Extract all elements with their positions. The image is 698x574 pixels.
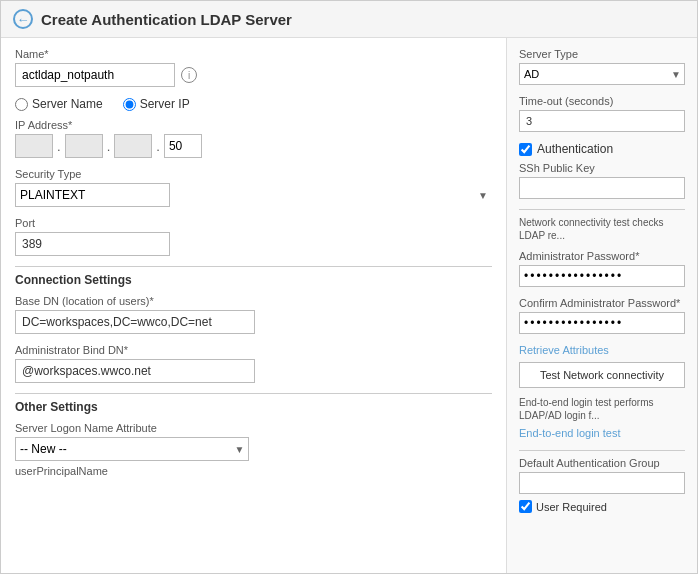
retrieve-attributes-link[interactable]: Retrieve Attributes — [519, 344, 685, 356]
server-type-radio-row: Server Name Server IP — [15, 97, 492, 111]
connection-settings-title: Connection Settings — [15, 273, 492, 287]
logon-col: Server Logon Name Attribute -- New -- ▼ … — [15, 422, 249, 477]
connection-divider — [15, 266, 492, 267]
server-logon-label: Server Logon Name Attribute — [15, 422, 249, 434]
page-title: Create Authentication LDAP Server — [41, 11, 292, 28]
ip-row: . . . — [15, 134, 492, 158]
timeout-field-group: Time-out (seconds) — [519, 95, 685, 132]
ssh-key-label: SSh Public Key — [519, 162, 685, 174]
confirm-password-label: Confirm Administrator Password* — [519, 297, 685, 309]
server-ip-radio[interactable]: Server IP — [123, 97, 190, 111]
connectivity-note: Network connectivity test checks LDAP re… — [519, 216, 685, 242]
page-header: ← Create Authentication LDAP Server — [1, 1, 697, 38]
security-type-label: Security Type — [15, 168, 492, 180]
name-field-group: Name* i — [15, 48, 492, 87]
user-required-checkbox[interactable] — [519, 500, 532, 513]
other-settings-title: Other Settings — [15, 400, 492, 414]
base-dn-field-group: Base DN (location of users)* — [15, 295, 492, 334]
ssh-key-field-group: SSh Public Key — [519, 162, 685, 199]
server-logon-select[interactable]: -- New -- — [15, 437, 249, 461]
server-name-radio-input[interactable] — [15, 98, 28, 111]
authentication-checkbox-row: Authentication — [519, 142, 685, 156]
right-bottom-divider — [519, 450, 685, 451]
server-type-label: Server Type — [519, 48, 685, 60]
connectivity-divider — [519, 209, 685, 210]
admin-password-field-group: Administrator Password* — [519, 250, 685, 287]
timeout-label: Time-out (seconds) — [519, 95, 685, 107]
ip-seg-2[interactable] — [65, 134, 103, 158]
server-type-field-group: Server Type AD LDAP ▼ — [519, 48, 685, 85]
back-icon[interactable]: ← — [13, 9, 33, 29]
port-label: Port — [15, 217, 492, 229]
security-type-field-group: Security Type PLAINTEXT SSL TLS ▼ — [15, 168, 492, 207]
ssh-key-input[interactable] — [519, 177, 685, 199]
server-ip-radio-input[interactable] — [123, 98, 136, 111]
admin-bind-dn-label: Administrator Bind DN* — [15, 344, 492, 356]
e2e-note: End-to-end login test performs LDAP/AD l… — [519, 396, 685, 422]
test-network-connectivity-button[interactable]: Test Network connectivity — [519, 362, 685, 388]
ip-seg-4[interactable] — [164, 134, 202, 158]
security-type-arrow-icon: ▼ — [478, 190, 488, 201]
server-name-radio[interactable]: Server Name — [15, 97, 103, 111]
user-required-label: User Required — [536, 501, 607, 513]
left-panel: Name* i Server Name Server IP — [1, 38, 507, 573]
admin-bind-dn-field-group: Administrator Bind DN* — [15, 344, 492, 383]
authentication-checkbox[interactable] — [519, 143, 532, 156]
server-logon-select-wrapper: -- New -- ▼ — [15, 437, 249, 461]
other-settings-divider — [15, 393, 492, 394]
e2e-login-test-link[interactable]: End-to-end login test — [519, 427, 621, 439]
default-auth-group-input[interactable] — [519, 472, 685, 494]
logon-sub-value: userPrincipalName — [15, 465, 249, 477]
server-type-select[interactable]: AD LDAP — [519, 63, 685, 85]
user-required-row: User Required — [519, 500, 685, 513]
security-type-select-wrapper: PLAINTEXT SSL TLS ▼ — [15, 183, 492, 207]
base-dn-label: Base DN (location of users)* — [15, 295, 492, 307]
port-input[interactable] — [15, 232, 170, 256]
ip-seg-3[interactable] — [114, 134, 152, 158]
logon-right-spacer — [259, 422, 493, 477]
ip-address-field-group: IP Address* . . . — [15, 119, 492, 158]
timeout-input[interactable] — [519, 110, 685, 132]
right-panel: Server Type AD LDAP ▼ Time-out (seconds)… — [507, 38, 697, 573]
server-type-select-wrapper: AD LDAP ▼ — [519, 63, 685, 85]
ip-label: IP Address* — [15, 119, 492, 131]
confirm-password-input[interactable] — [519, 312, 685, 334]
name-input[interactable] — [15, 63, 175, 87]
info-icon[interactable]: i — [181, 67, 197, 83]
authentication-label: Authentication — [537, 142, 613, 156]
other-settings-cols: Server Logon Name Attribute -- New -- ▼ … — [15, 422, 492, 477]
name-row: i — [15, 63, 492, 87]
admin-password-input[interactable] — [519, 265, 685, 287]
admin-bind-dn-input[interactable] — [15, 359, 255, 383]
base-dn-input[interactable] — [15, 310, 255, 334]
default-auth-group-section: Default Authentication Group — [519, 457, 685, 494]
default-auth-group-label: Default Authentication Group — [519, 457, 685, 469]
port-field-group: Port — [15, 217, 492, 256]
security-type-select[interactable]: PLAINTEXT SSL TLS — [15, 183, 170, 207]
confirm-password-field-group: Confirm Administrator Password* — [519, 297, 685, 334]
ip-seg-1[interactable] — [15, 134, 53, 158]
admin-password-label: Administrator Password* — [519, 250, 685, 262]
name-label: Name* — [15, 48, 492, 60]
